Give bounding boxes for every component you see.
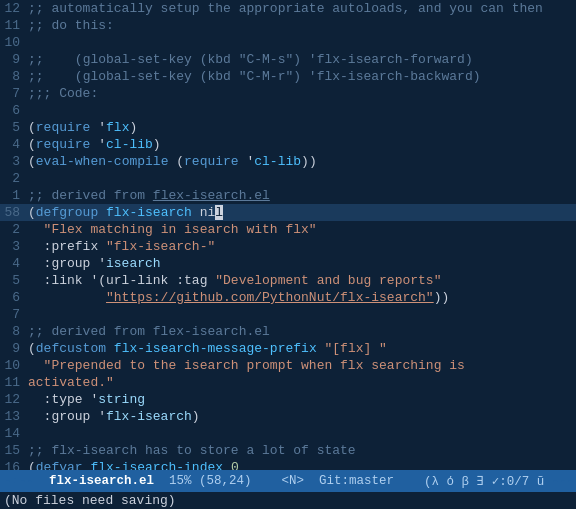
line-number: 15: [0, 442, 28, 459]
code-token: [98, 205, 106, 220]
code-token: :link '(url-link :tag: [28, 273, 215, 288]
line-content: (require 'cl-lib): [28, 136, 576, 153]
line-number: 6: [0, 289, 28, 306]
code-token: [44, 69, 75, 84]
code-token: (: [28, 205, 36, 220]
code-line: 8;; derived from flex-isearch.el: [0, 323, 576, 340]
code-line: 14: [0, 425, 576, 442]
line-number: 7: [0, 85, 28, 102]
line-content: (defgroup flx-isearch nil: [28, 204, 576, 221]
mini-buffer: (No files need saving): [0, 492, 576, 509]
code-token: ;;: [28, 69, 44, 84]
line-content: :link '(url-link :tag "Development and b…: [28, 272, 576, 289]
code-token: [28, 358, 44, 373]
line-content: ;; automatically setup the appropriate a…: [28, 0, 576, 17]
code-token: ;;: [28, 52, 44, 67]
status-bar: -:-- flx-isearch.el 15% (58,24) <N> Git:…: [0, 470, 576, 492]
line-content: "Flex matching in isearch with flx": [28, 221, 576, 238]
line-number: 13: [0, 408, 28, 425]
line-number: 12: [0, 391, 28, 408]
line-content: ;;; Code:: [28, 85, 576, 102]
code-line: 10: [0, 34, 576, 51]
line-content: ;; (global-set-key (kbd "C-M-s") 'flx-is…: [28, 51, 576, 68]
code-line: 13 :group 'flx-isearch): [0, 408, 576, 425]
line-content: ;; derived from flex-isearch.el: [28, 323, 576, 340]
line-content: activated.": [28, 374, 576, 391]
code-token: ni: [192, 205, 215, 220]
status-lambda: (λ ό β ∃ ✓:0/7 ũ: [394, 473, 544, 489]
line-number: 2: [0, 221, 28, 238]
code-line: 8;; (global-set-key (kbd "C-M-r") 'flx-i…: [0, 68, 576, 85]
code-token: :group ': [28, 409, 106, 424]
code-token: l: [215, 205, 223, 220]
code-token: 0: [231, 460, 239, 470]
code-token: (: [168, 154, 184, 169]
code-token: (: [28, 137, 36, 152]
line-number: 2: [0, 170, 28, 187]
code-token: cl-lib: [106, 137, 153, 152]
code-line: 4(require 'cl-lib): [0, 136, 576, 153]
code-token: flx-isearch-index: [90, 460, 223, 470]
code-line: 12;; automatically setup the appropriate…: [0, 0, 576, 17]
code-token: "Flex matching in isearch with flx": [44, 222, 317, 237]
code-line: 2: [0, 170, 576, 187]
line-number: 9: [0, 340, 28, 357]
code-token: [317, 341, 325, 356]
line-number: 11: [0, 17, 28, 34]
code-token: require: [184, 154, 239, 169]
line-content: :prefix "flx-isearch-": [28, 238, 576, 255]
code-token: ;; derived from flex-isearch.el: [28, 324, 270, 339]
line-number: 12: [0, 0, 28, 17]
code-line: 16(defvar flx-isearch-index 0: [0, 459, 576, 470]
code-token: defcustom: [36, 341, 106, 356]
code-token: (: [28, 341, 36, 356]
line-number: 10: [0, 34, 28, 51]
code-token: activated.": [28, 375, 114, 390]
line-content: ;; derived from flex-isearch.el: [28, 187, 576, 204]
code-token: flx: [106, 120, 129, 135]
code-token: isearch: [106, 256, 161, 271]
code-line: 11activated.": [0, 374, 576, 391]
line-content: ;; flx-isearch has to store a lot of sta…: [28, 442, 576, 459]
code-token: )): [434, 290, 450, 305]
line-number: 3: [0, 238, 28, 255]
line-number: 4: [0, 136, 28, 153]
line-number: 58: [0, 204, 28, 221]
code-line: 5(require 'flx): [0, 119, 576, 136]
code-token: flx-isearch: [106, 409, 192, 424]
code-token: (global-set-key (kbd "C-M-s") 'flx-isear…: [75, 52, 473, 67]
mini-buffer-text: (No files need saving): [4, 493, 176, 508]
code-token: ': [90, 120, 106, 135]
code-token: flx-isearch: [106, 205, 192, 220]
line-number: 7: [0, 306, 28, 323]
line-number: 9: [0, 51, 28, 68]
code-token: require: [36, 120, 91, 135]
code-line: 11;; do this:: [0, 17, 576, 34]
line-content: (require 'flx): [28, 119, 576, 136]
code-token: cl-lib: [254, 154, 301, 169]
line-number: 10: [0, 357, 28, 374]
line-number: 6: [0, 102, 28, 119]
line-content: (defvar flx-isearch-index 0: [28, 459, 576, 470]
code-line: 9(defcustom flx-isearch-message-prefix "…: [0, 340, 576, 357]
code-token: require: [36, 137, 91, 152]
code-line: 15;; flx-isearch has to store a lot of s…: [0, 442, 576, 459]
code-token: ): [192, 409, 200, 424]
line-number: 1: [0, 187, 28, 204]
code-token: ;; derived from: [28, 188, 153, 203]
line-content: :type 'string: [28, 391, 576, 408]
code-editor: 12;; automatically setup the appropriate…: [0, 0, 576, 470]
line-number: 3: [0, 153, 28, 170]
code-token: eval-when-compile: [36, 154, 169, 169]
line-content: :group 'flx-isearch): [28, 408, 576, 425]
line-content: "https://github.com/PythonNut/flx-isearc…: [28, 289, 576, 306]
code-line: 6: [0, 102, 576, 119]
code-line: 10 "Prepended to the isearch prompt when…: [0, 357, 576, 374]
code-token: ;; flx-isearch has to store a lot of sta…: [28, 443, 356, 458]
status-percentage: 15% (58,24): [154, 474, 252, 488]
code-token: (global-set-key (kbd "C-M-r") 'flx-isear…: [75, 69, 481, 84]
line-content: (defcustom flx-isearch-message-prefix "[…: [28, 340, 576, 357]
code-line: 7: [0, 306, 576, 323]
code-line: 12 :type 'string: [0, 391, 576, 408]
code-token: "Prepended to the isearch prompt when fl…: [44, 358, 465, 373]
